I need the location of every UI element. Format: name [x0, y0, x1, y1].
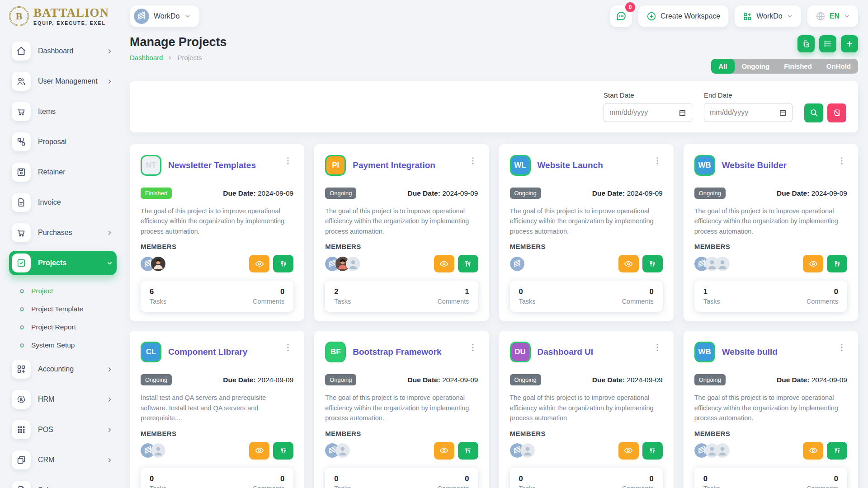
sidebar-item[interactable]: User Management: [9, 69, 117, 94]
kebab-menu-icon[interactable]: [836, 342, 847, 353]
project-title-link[interactable]: Website build: [722, 347, 830, 357]
due-date-label: Due Date:: [777, 376, 809, 384]
comments-label: Comments: [622, 298, 654, 305]
project-progress-button[interactable]: [827, 442, 847, 460]
sidebar-item[interactable]: Sales: [9, 478, 117, 488]
tasks-count: 6: [150, 287, 166, 296]
due-date-value: 2024-09-09: [442, 376, 478, 384]
create-workspace-button[interactable]: Create Workspace: [638, 5, 728, 27]
sidebar-subitem[interactable]: Project Report: [15, 318, 117, 336]
search-button[interactable]: [804, 103, 823, 122]
member-avatar[interactable]: [335, 443, 350, 458]
project-title-link[interactable]: Newsletter Templates: [168, 160, 276, 171]
kebab-menu-icon[interactable]: [652, 155, 663, 167]
reset-filter-button[interactable]: [827, 103, 846, 122]
comments-count: 0: [807, 287, 838, 296]
sidebar-item[interactable]: Items: [9, 99, 117, 124]
project-progress-button[interactable]: [458, 442, 478, 460]
member-avatar[interactable]: [715, 443, 730, 458]
member-avatar[interactable]: [151, 443, 165, 458]
sidebar-item[interactable]: CRM: [9, 448, 117, 472]
sidebar-subitem[interactable]: Project Template: [15, 300, 117, 318]
view-project-button[interactable]: [803, 255, 823, 272]
eye-icon: [255, 259, 264, 268]
project-progress-button[interactable]: [642, 255, 663, 272]
comments-label: Comments: [622, 485, 654, 488]
page-toolbar: [797, 35, 858, 52]
kebab-menu-icon[interactable]: [467, 342, 478, 353]
end-date-input[interactable]: mm/dd/yyyy: [704, 103, 793, 122]
start-date-input[interactable]: mm/dd/yyyy: [604, 103, 692, 122]
member-avatar[interactable]: [346, 257, 360, 271]
project-title-link[interactable]: Website Launch: [538, 160, 645, 171]
chevron-right-icon: [167, 55, 173, 61]
status-badge: Ongoing: [325, 188, 356, 199]
view-project-button[interactable]: [249, 255, 269, 272]
member-avatar[interactable]: [510, 257, 524, 271]
view-project-button[interactable]: [618, 255, 639, 272]
workspace-selector-label: WorkDo: [154, 12, 180, 20]
view-project-button[interactable]: [803, 442, 823, 460]
view-project-button[interactable]: [434, 255, 454, 272]
sidebar-item[interactable]: Proposal: [9, 130, 117, 154]
project-title-link[interactable]: Payment Integration: [353, 160, 460, 171]
project-title-link[interactable]: Bootstrap Framework: [353, 347, 460, 357]
status-filter-tab[interactable]: Ongoing: [735, 59, 777, 74]
kebab-menu-icon[interactable]: [467, 155, 478, 167]
sidebar-item[interactable]: HRM: [9, 387, 117, 412]
breadcrumb-dashboard-link[interactable]: Dashboard: [130, 54, 163, 61]
sliders-icon: [279, 260, 288, 268]
sidebar-item-icon: [12, 390, 31, 409]
member-avatar[interactable]: [151, 257, 165, 271]
eye-icon: [809, 259, 818, 268]
kebab-menu-icon[interactable]: [283, 342, 293, 353]
copy-link-button[interactable]: [797, 35, 815, 52]
sidebar-item[interactable]: POS: [9, 418, 117, 442]
project-title-link[interactable]: Dashboard UI: [538, 347, 645, 357]
project-title-link[interactable]: Website Builder: [722, 160, 830, 171]
sidebar-item[interactable]: Purchases: [9, 221, 117, 245]
kebab-menu-icon[interactable]: [836, 155, 847, 167]
sidebar-subitem[interactable]: System Setup: [15, 336, 117, 354]
sliders-icon: [648, 446, 656, 455]
project-progress-button[interactable]: [642, 442, 663, 460]
project-initials-badge: DU: [510, 342, 531, 362]
view-project-button[interactable]: [618, 442, 639, 460]
messages-button[interactable]: 0: [610, 5, 632, 27]
members-label: MEMBERS: [510, 243, 663, 250]
sidebar-item[interactable]: Retainer: [9, 160, 117, 184]
member-avatars: [694, 443, 730, 458]
sidebar-item[interactable]: Projects: [9, 251, 117, 275]
view-project-button[interactable]: [249, 442, 269, 460]
project-title-link[interactable]: Component Library: [168, 347, 276, 357]
view-project-button[interactable]: [434, 442, 454, 460]
project-progress-button[interactable]: [827, 255, 847, 272]
kebab-menu-icon[interactable]: [652, 342, 663, 353]
member-avatar[interactable]: [715, 257, 730, 271]
kebab-menu-icon[interactable]: [283, 155, 293, 167]
status-filter-tab[interactable]: OnHold: [819, 59, 858, 74]
status-filter-tab[interactable]: All: [711, 59, 734, 74]
workspace-selector[interactable]: WorkDo: [130, 5, 199, 27]
status-badge: Ongoing: [694, 188, 726, 199]
sidebar-item[interactable]: Dashboard: [9, 39, 117, 63]
project-progress-button[interactable]: [273, 255, 293, 272]
language-selector[interactable]: EN: [807, 5, 858, 27]
add-project-button[interactable]: [841, 35, 858, 52]
member-avatar[interactable]: [520, 443, 535, 458]
project-progress-button[interactable]: [458, 255, 478, 272]
project-progress-button[interactable]: [273, 442, 293, 460]
sidebar-item[interactable]: Accounting: [9, 357, 117, 381]
sidebar-item-icon: [12, 102, 31, 121]
status-badge: Finished: [141, 188, 172, 199]
workspace-menu-button[interactable]: WorkDo: [735, 5, 801, 27]
status-filter-tab[interactable]: Finished: [777, 59, 819, 74]
list-view-button[interactable]: [819, 35, 836, 52]
sidebar-item[interactable]: Invoice: [9, 190, 117, 215]
sidebar-nav: Dashboard User Management Items Proposal…: [9, 39, 117, 488]
start-date-label: Start Date: [604, 91, 692, 99]
sidebar-subitem[interactable]: Project: [15, 282, 117, 300]
tasks-count: 0: [334, 474, 351, 483]
comments-count: 0: [807, 474, 838, 483]
brand-logo: B BATTALION EQUIP, EXECUTE, EXEL: [9, 6, 122, 26]
